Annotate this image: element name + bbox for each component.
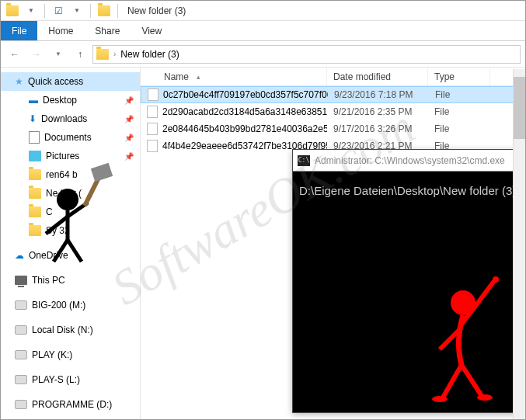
sidebar-item-folder[interactable]: ren64 b — [1, 165, 140, 184]
sidebar-item-label: Pictures — [46, 151, 79, 161]
window-title: New folder (3) — [127, 5, 186, 16]
tab-file[interactable]: File — [1, 21, 37, 40]
sidebar-item-thispc[interactable]: This PC — [1, 271, 140, 290]
sidebar-item-documents[interactable]: Documents 📌 — [1, 128, 140, 147]
drive-icon — [15, 300, 27, 310]
folder-icon — [4, 2, 21, 19]
pin-icon: 📌 — [124, 152, 134, 161]
sidebar-item-onedrive[interactable]: ☁ OneDrive — [1, 246, 140, 265]
drive-icon — [15, 350, 27, 359]
tab-home[interactable]: Home — [37, 21, 84, 40]
sidebar-item-label: PLAY-S (L:) — [32, 374, 80, 385]
file-date-cell: 9/23/2016 7:18 PM — [328, 89, 429, 100]
file-icon — [147, 123, 158, 135]
main-area: ★ Quick access ▬ Desktop 📌 ⬇ Downloads 📌… — [1, 68, 525, 420]
table-row[interactable]: 0c27b0e4c4ff709197eb0cd357f5c707f0638...… — [141, 86, 525, 103]
sidebar-item-drive[interactable]: Local Disk (N:) — [1, 321, 140, 339]
chevron-right-icon: › — [113, 50, 116, 58]
drive-icon — [15, 375, 27, 384]
column-label: Date modified — [333, 71, 391, 82]
file-name: 2d290acabd2cd3184d5a6a3148e63851a48... — [162, 106, 327, 117]
sidebar-item-label: PROGRAMME (D:) — [32, 399, 112, 410]
tab-share[interactable]: Share — [84, 21, 131, 40]
file-icon — [147, 106, 158, 118]
download-icon: ⬇ — [29, 113, 37, 124]
table-row[interactable]: 2d290acabd2cd3184d5a6a3148e63851a48... 9… — [141, 103, 525, 120]
qat-dropdown[interactable]: ▼ — [23, 2, 40, 19]
sidebar-item-label: OneDrive — [29, 250, 68, 261]
sidebar-item-drive[interactable]: PLAY (K:) — [1, 345, 140, 364]
file-list: Name ▴ Date modified Type 0c27b0e4c4ff70… — [141, 68, 525, 420]
file-name: 0c27b0e4c4ff709197eb0cd357f5c707f0638... — [163, 89, 328, 100]
sidebar-item-label: Quick access — [28, 76, 83, 87]
file-name: 2e0844645b403b99bd2781e40036a2e54b5... — [162, 123, 327, 134]
table-row[interactable]: 2e0844645b403b99bd2781e40036a2e54b5... 9… — [141, 120, 525, 137]
pc-icon — [15, 276, 27, 285]
folder-icon — [96, 49, 109, 60]
file-date-cell: 9/17/2016 3:26 PM — [327, 123, 428, 134]
folder-icon — [29, 169, 41, 180]
sidebar-item-label: Desktop — [43, 95, 77, 106]
column-headers: Name ▴ Date modified Type — [141, 68, 525, 86]
file-name-cell: 2d290acabd2cd3184d5a6a3148e63851a48... — [141, 106, 327, 118]
sidebar-item-drive[interactable]: BIG-200 (M:) — [1, 296, 140, 314]
column-name[interactable]: Name ▴ — [141, 68, 327, 85]
column-label: Type — [434, 71, 455, 82]
sidebar-item-drive[interactable]: PLAY-S (L:) — [1, 370, 140, 389]
pictures-icon — [29, 151, 41, 161]
cmd-body[interactable]: D:\Eigene Dateien\Desktop\New folder (3)… — [293, 172, 526, 210]
pin-icon: 📌 — [124, 115, 134, 123]
tab-view[interactable]: View — [131, 21, 172, 40]
properties-icon[interactable]: ☑ — [50, 2, 67, 19]
up-button[interactable]: ↑ — [71, 45, 89, 64]
file-type-cell: File — [428, 123, 490, 134]
back-button[interactable]: ← — [5, 45, 24, 64]
file-type-cell: File — [428, 106, 490, 117]
quick-access-toolbar: ▼ ☑ ▼ — [4, 2, 121, 19]
folder-icon-2 — [96, 2, 113, 19]
drive-icon — [15, 325, 27, 335]
cmd-icon: C:\ — [298, 155, 310, 166]
column-date[interactable]: Date modified — [327, 68, 428, 85]
recent-dropdown[interactable]: ▼ — [49, 45, 68, 64]
column-type[interactable]: Type — [428, 68, 490, 85]
cloud-icon: ☁ — [15, 250, 24, 261]
file-icon — [148, 89, 158, 101]
document-icon — [29, 131, 40, 144]
folder-icon — [29, 207, 41, 217]
scrollbar-thumb[interactable] — [514, 77, 525, 139]
sidebar-item-folder[interactable]: C — [1, 203, 140, 221]
sidebar-item-drive[interactable]: PROGRAMME (D:) — [1, 395, 140, 414]
cmd-window[interactable]: C:\ Administrator: C:\Windows\system32\c… — [292, 149, 526, 413]
address-bar[interactable]: › New folder (3) — [92, 45, 521, 64]
file-name-cell: 2e0844645b403b99bd2781e40036a2e54b5... — [141, 123, 327, 135]
star-icon: ★ — [15, 76, 23, 87]
sidebar-item-label: ren64 b — [46, 169, 78, 180]
sidebar-item-folder[interactable]: Sy 32 — [1, 221, 140, 240]
sidebar-item-label: BIG-200 (M:) — [32, 300, 85, 311]
pin-icon: 📌 — [124, 134, 134, 142]
sidebar-item-quick-access[interactable]: ★ Quick access — [1, 72, 140, 91]
sidebar-item-label: This PC — [32, 275, 65, 286]
sidebar-item-label: Local Disk (N:) — [32, 325, 93, 335]
cmd-title-text: Administrator: C:\Windows\system32\cmd.e… — [315, 155, 505, 166]
drive-icon — [15, 400, 27, 409]
sidebar-item-downloads[interactable]: ⬇ Downloads 📌 — [1, 109, 140, 128]
column-label: Name — [164, 71, 189, 82]
sidebar-item-label: Downloads — [41, 113, 87, 124]
sidebar-item-folder[interactable]: Ne lder ( — [1, 184, 140, 203]
sidebar-item-label: C — [46, 207, 53, 217]
breadcrumb[interactable]: New folder (3) — [120, 49, 179, 60]
vertical-scrollbar[interactable] — [513, 69, 525, 419]
qat-dropdown-2[interactable]: ▼ — [68, 2, 85, 19]
file-date-cell: 9/21/2016 2:35 PM — [327, 106, 428, 117]
ribbon-tabs: File Home Share View — [1, 21, 525, 41]
cmd-titlebar[interactable]: C:\ Administrator: C:\Windows\system32\c… — [293, 150, 526, 172]
forward-button[interactable]: → — [27, 45, 46, 64]
cmd-prompt: D:\Eigene Dateien\Desktop\New folder (3)… — [299, 184, 523, 197]
sidebar-item-label: Documents — [44, 132, 92, 143]
file-name-cell: 0c27b0e4c4ff709197eb0cd357f5c707f0638... — [141, 89, 328, 101]
sidebar-item-desktop[interactable]: ▬ Desktop 📌 — [1, 91, 140, 109]
sidebar-item-pictures[interactable]: Pictures 📌 — [1, 147, 140, 165]
address-row: ← → ▼ ↑ › New folder (3) — [1, 41, 525, 68]
